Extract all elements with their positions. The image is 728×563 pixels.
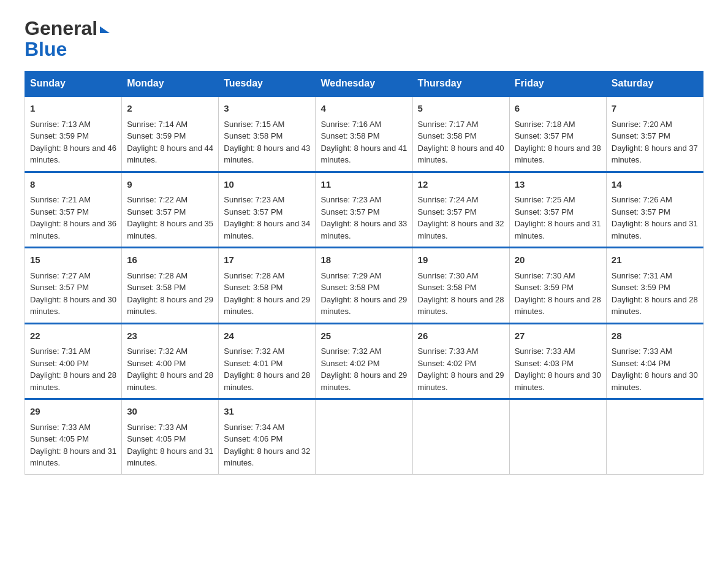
daylight-info: Daylight: 8 hours and 28 minutes. (515, 294, 601, 318)
daylight-info: Daylight: 8 hours and 29 minutes. (320, 294, 407, 318)
day-number: 5 (418, 102, 504, 116)
calendar-cell: 13Sunrise: 7:25 AMSunset: 3:57 PMDayligh… (509, 172, 606, 248)
day-number: 8 (30, 178, 116, 192)
sunrise-info: Sunrise: 7:25 AM (515, 194, 601, 206)
daylight-info: Daylight: 8 hours and 32 minutes. (224, 445, 310, 469)
day-number: 24 (224, 329, 310, 343)
day-number: 12 (418, 178, 504, 192)
sunrise-info: Sunrise: 7:30 AM (418, 270, 504, 282)
sunset-info: Sunset: 3:58 PM (418, 130, 504, 142)
day-number: 20 (515, 253, 601, 267)
day-number: 6 (515, 102, 601, 116)
daylight-info: Daylight: 8 hours and 31 minutes. (30, 445, 116, 469)
sunrise-info: Sunrise: 7:26 AM (612, 194, 698, 206)
daylight-info: Daylight: 8 hours and 36 minutes. (30, 218, 116, 242)
sunset-info: Sunset: 3:57 PM (515, 206, 601, 218)
calendar-cell: 3Sunrise: 7:15 AMSunset: 3:58 PMDaylight… (219, 96, 316, 172)
sunset-info: Sunset: 4:00 PM (30, 358, 116, 370)
calendar-cell: 18Sunrise: 7:29 AMSunset: 3:58 PMDayligh… (316, 248, 412, 324)
sunset-info: Sunset: 4:05 PM (127, 433, 213, 445)
day-number: 26 (418, 329, 504, 343)
sunset-info: Sunset: 3:57 PM (127, 206, 213, 218)
day-number: 9 (127, 178, 213, 192)
sunrise-info: Sunrise: 7:14 AM (127, 118, 213, 131)
day-number: 7 (612, 102, 698, 116)
calendar-cell: 30Sunrise: 7:33 AMSunset: 4:05 PMDayligh… (122, 399, 219, 475)
calendar-cell: 26Sunrise: 7:33 AMSunset: 4:02 PMDayligh… (412, 323, 509, 399)
calendar-cell: 2Sunrise: 7:14 AMSunset: 3:59 PMDaylight… (122, 96, 219, 172)
calendar-cell: 9Sunrise: 7:22 AMSunset: 3:57 PMDaylight… (122, 172, 219, 248)
daylight-info: Daylight: 8 hours and 31 minutes. (515, 218, 601, 242)
daylight-info: Daylight: 8 hours and 37 minutes. (612, 142, 698, 166)
daylight-info: Daylight: 8 hours and 40 minutes. (418, 142, 504, 166)
day-number: 14 (612, 178, 698, 192)
day-number: 15 (30, 253, 116, 267)
sunrise-info: Sunrise: 7:32 AM (224, 345, 310, 358)
day-number: 1 (30, 102, 116, 116)
calendar-cell: 31Sunrise: 7:34 AMSunset: 4:06 PMDayligh… (219, 399, 316, 475)
sunrise-info: Sunrise: 7:33 AM (127, 421, 213, 434)
sunrise-info: Sunrise: 7:29 AM (320, 270, 407, 282)
sunset-info: Sunset: 3:59 PM (30, 130, 116, 142)
daylight-info: Daylight: 8 hours and 29 minutes. (320, 369, 407, 393)
sunrise-info: Sunrise: 7:33 AM (30, 421, 116, 434)
day-number: 11 (320, 178, 407, 192)
calendar-cell: 16Sunrise: 7:28 AMSunset: 3:58 PMDayligh… (122, 248, 219, 324)
daylight-info: Daylight: 8 hours and 28 minutes. (30, 369, 116, 393)
sunset-info: Sunset: 3:59 PM (515, 282, 601, 294)
day-number: 10 (224, 178, 310, 192)
day-number: 19 (418, 253, 504, 267)
calendar-cell: 21Sunrise: 7:31 AMSunset: 3:59 PMDayligh… (606, 248, 703, 324)
calendar-week-row: 15Sunrise: 7:27 AMSunset: 3:57 PMDayligh… (25, 248, 703, 324)
calendar-cell (509, 399, 606, 475)
calendar-cell: 28Sunrise: 7:33 AMSunset: 4:04 PMDayligh… (606, 323, 703, 399)
day-number: 23 (127, 329, 213, 343)
daylight-info: Daylight: 8 hours and 38 minutes. (515, 142, 601, 166)
calendar-week-row: 8Sunrise: 7:21 AMSunset: 3:57 PMDaylight… (25, 172, 703, 248)
sunset-info: Sunset: 4:02 PM (418, 358, 504, 370)
daylight-info: Daylight: 8 hours and 28 minutes. (418, 294, 504, 318)
weekday-header-wednesday: Wednesday (316, 72, 412, 96)
sunrise-info: Sunrise: 7:28 AM (224, 270, 310, 282)
calendar-week-row: 22Sunrise: 7:31 AMSunset: 4:00 PMDayligh… (25, 323, 703, 399)
sunrise-info: Sunrise: 7:15 AM (224, 118, 310, 131)
sunset-info: Sunset: 4:01 PM (224, 358, 310, 370)
weekday-header-thursday: Thursday (412, 72, 509, 96)
logo-general-text: General (25, 18, 97, 38)
day-number: 29 (30, 405, 116, 419)
sunrise-info: Sunrise: 7:17 AM (418, 118, 504, 131)
sunset-info: Sunset: 4:04 PM (612, 358, 698, 370)
day-number: 22 (30, 329, 116, 343)
sunset-info: Sunset: 3:57 PM (224, 206, 310, 218)
calendar-cell: 14Sunrise: 7:26 AMSunset: 3:57 PMDayligh… (606, 172, 703, 248)
calendar-cell: 4Sunrise: 7:16 AMSunset: 3:58 PMDaylight… (316, 96, 412, 172)
sunset-info: Sunset: 3:57 PM (320, 206, 407, 218)
calendar-cell: 17Sunrise: 7:28 AMSunset: 3:58 PMDayligh… (219, 248, 316, 324)
logo-blue-text: Blue (25, 39, 67, 59)
day-number: 4 (320, 102, 407, 116)
daylight-info: Daylight: 8 hours and 29 minutes. (418, 369, 504, 393)
weekday-header-sunday: Sunday (25, 72, 122, 96)
day-number: 30 (127, 405, 213, 419)
calendar-cell: 20Sunrise: 7:30 AMSunset: 3:59 PMDayligh… (509, 248, 606, 324)
sunrise-info: Sunrise: 7:22 AM (127, 194, 213, 206)
calendar-cell: 6Sunrise: 7:18 AMSunset: 3:57 PMDaylight… (509, 96, 606, 172)
calendar-cell: 7Sunrise: 7:20 AMSunset: 3:57 PMDaylight… (606, 96, 703, 172)
daylight-info: Daylight: 8 hours and 46 minutes. (30, 142, 116, 166)
sunset-info: Sunset: 3:57 PM (418, 206, 504, 218)
sunset-info: Sunset: 4:00 PM (127, 358, 213, 370)
sunset-info: Sunset: 3:58 PM (320, 282, 407, 294)
calendar-table: SundayMondayTuesdayWednesdayThursdayFrid… (25, 71, 703, 475)
calendar-cell: 22Sunrise: 7:31 AMSunset: 4:00 PMDayligh… (25, 323, 122, 399)
calendar-cell: 23Sunrise: 7:32 AMSunset: 4:00 PMDayligh… (122, 323, 219, 399)
sunrise-info: Sunrise: 7:21 AM (30, 194, 116, 206)
sunrise-info: Sunrise: 7:31 AM (30, 345, 116, 358)
sunrise-info: Sunrise: 7:30 AM (515, 270, 601, 282)
sunset-info: Sunset: 3:58 PM (320, 130, 407, 142)
daylight-info: Daylight: 8 hours and 30 minutes. (30, 294, 116, 318)
weekday-header-row: SundayMondayTuesdayWednesdayThursdayFrid… (25, 72, 703, 96)
daylight-info: Daylight: 8 hours and 32 minutes. (418, 218, 504, 242)
daylight-info: Daylight: 8 hours and 33 minutes. (320, 218, 407, 242)
daylight-info: Daylight: 8 hours and 31 minutes. (127, 445, 213, 469)
day-number: 18 (320, 253, 407, 267)
